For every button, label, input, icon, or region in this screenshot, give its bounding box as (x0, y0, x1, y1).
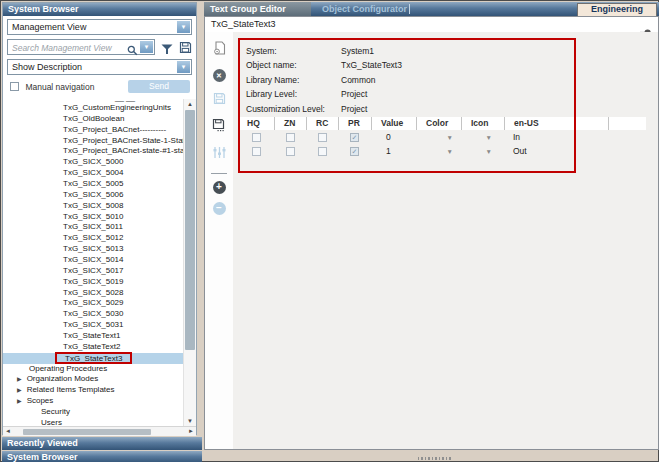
column-header-zn[interactable]: ZN (274, 117, 306, 130)
column-header-en-us[interactable]: en-US (504, 117, 608, 130)
hq-checkbox[interactable] (252, 147, 261, 156)
tree-item-txg-oldboolean[interactable]: TxG_OldBoolean (3, 114, 183, 125)
value-cell[interactable]: 0 (371, 132, 416, 142)
tree-item-txg-project-bacnet-state-1-state-2[interactable]: TxG_Project_BACnet-State-1-State-2 (3, 136, 183, 147)
column-header-color[interactable]: Color (416, 117, 461, 130)
tree-item-operating-procedures[interactable]: Operating Procedures (3, 364, 183, 375)
tree-item-txg-project-bacnet-[interactable]: TxG_Project_BACnet---------- (3, 125, 183, 136)
recently-viewed-bar[interactable]: Recently Viewed (2, 437, 202, 450)
vertical-scroll-thumb[interactable] (185, 110, 195, 350)
save-icon[interactable] (213, 91, 226, 109)
color-dropdown[interactable]: ▼ (416, 134, 461, 141)
browser-controls: Management View ▼ ▼ (3, 16, 196, 100)
tree-item-label: TxG_OldBoolean (63, 114, 124, 123)
tree-item-txg-sicx-5000[interactable]: TxG_SICX_5000 (3, 157, 183, 168)
remove-row-icon[interactable]: − (213, 202, 226, 215)
description-selector[interactable]: Show Description ▼ (7, 59, 192, 75)
pr-checkbox[interactable]: ✓ (350, 147, 359, 156)
tree-item-related-items-templates[interactable]: ▶Related Items Templates (3, 385, 183, 396)
tree-item-users[interactable]: Users (3, 418, 183, 426)
scroll-up-icon[interactable]: ▲ (184, 99, 196, 109)
column-header-value[interactable]: Value (371, 117, 416, 130)
filter-icon[interactable] (161, 41, 173, 59)
chevron-down-icon[interactable]: ▼ (177, 21, 190, 33)
expand-arrow-icon[interactable]: ▶ (17, 387, 22, 393)
tree-item-txg-sicx-5017[interactable]: TxG_SICX_5017 (3, 266, 183, 277)
pin-icon[interactable] (640, 22, 651, 29)
horizontal-scroll-thumb[interactable] (23, 429, 151, 435)
tree-item-organization-modes[interactable]: ▶Organization Modes (3, 374, 183, 385)
pr-checkbox[interactable]: ✓ (350, 133, 359, 142)
tree-item-txg-sicx-5006[interactable]: TxG_SICX_5006 (3, 190, 183, 201)
tree-item-txg-sicx-5011[interactable]: TxG_SICX_5011 (3, 222, 183, 233)
column-header-empty[interactable] (608, 117, 646, 130)
customize-columns-icon[interactable] (212, 145, 227, 163)
icon-dropdown[interactable]: ▼ (461, 148, 504, 155)
zn-checkbox[interactable] (286, 147, 295, 156)
tree-item-txg-sicx-5004[interactable]: TxG_SICX_5004 (3, 168, 183, 179)
table-row[interactable]: ✓1▼▼Out (238, 144, 646, 158)
scroll-right-icon[interactable]: ► (188, 427, 194, 436)
view-selector[interactable]: Management View ▼ (7, 19, 192, 35)
system-browser-bar[interactable]: System Browser (2, 451, 202, 462)
add-row-icon[interactable]: + (213, 181, 226, 194)
scroll-down-icon[interactable]: ▼ (184, 416, 196, 426)
column-header-icon[interactable]: Icon (461, 117, 504, 130)
search-chevron-down-icon[interactable]: ▼ (140, 41, 153, 53)
column-header-pr[interactable]: PR (338, 117, 371, 130)
tree-item-txg-sicx-5012[interactable]: TxG_SICX_5012 (3, 233, 183, 244)
column-header-hq[interactable]: HQ (238, 117, 274, 130)
send-button[interactable]: Send (128, 80, 190, 93)
delete-icon[interactable]: ✕ (213, 69, 226, 82)
tree-horizontal-scrollbar[interactable]: ◄ ► (3, 426, 196, 436)
tree-item-txg-sicx-5019[interactable]: TxG_SICX_5019 (3, 277, 183, 288)
manual-navigation-checkbox[interactable] (10, 82, 19, 91)
tree-item-txg-sicx-5008[interactable]: TxG_SICX_5008 (3, 201, 183, 212)
tree-item-label: TxG_CustomEngineeringUnits (63, 103, 171, 112)
save-view-icon[interactable] (179, 40, 192, 58)
tree-item-security[interactable]: Security (3, 407, 183, 418)
en-us-cell[interactable]: Out (504, 146, 608, 156)
scroll-left-icon[interactable]: ◄ (5, 427, 11, 436)
tree-item-txg-sicx-5028[interactable]: TxG_SICX_5028 (3, 288, 183, 299)
table-header: HQZNRCPRValueColorIconen-US (238, 117, 646, 130)
tree-item-txg-sicx-5010[interactable]: TxG_SICX_5010 (3, 212, 183, 223)
table-row[interactable]: ✓0▼▼In (238, 130, 646, 144)
tree-item-txg-sicx-5013[interactable]: TxG_SICX_5013 (3, 244, 183, 255)
system-browser-header[interactable]: System Browser (3, 3, 196, 16)
tab-text-group-editor[interactable]: Text Group Editor (204, 2, 311, 16)
tab-object-configurator[interactable]: Object Configurator (316, 2, 413, 16)
tree-item-label: TxG_StateText2 (63, 342, 120, 351)
rc-checkbox[interactable] (318, 147, 327, 156)
value-cell[interactable]: 1 (371, 146, 416, 156)
search-input[interactable] (10, 41, 126, 55)
en-us-cell[interactable]: In (504, 132, 608, 142)
tree-item-txg-sicx-5014[interactable]: TxG_SICX_5014 (3, 255, 183, 266)
icon-dropdown[interactable]: ▼ (461, 134, 504, 141)
tree-item-txg-customengineeringunits[interactable]: TxG_CustomEngineeringUnits (3, 103, 183, 114)
column-header-rc[interactable]: RC (306, 117, 338, 130)
tree-item-txg-sicx-5031[interactable]: TxG_SICX_5031 (3, 320, 183, 331)
tree-item-scopes[interactable]: ▶Scopes (3, 396, 183, 407)
rc-checkbox[interactable] (318, 133, 327, 142)
tree-item-txg-statetext1[interactable]: TxG_StateText1 (3, 331, 183, 342)
hq-checkbox[interactable] (252, 133, 261, 142)
tree-item-txg-statetext3[interactable]: TxG_StateText3 (3, 353, 183, 364)
resize-grip[interactable] (418, 457, 452, 460)
save-as-icon[interactable] (212, 118, 226, 136)
tree-item-txg-sicx-5030[interactable]: TxG_SICX_5030 (3, 309, 183, 320)
tree-item-label: Scopes (27, 396, 54, 405)
chevron-down-icon[interactable]: ▼ (177, 61, 190, 73)
form-label: Object name: (246, 58, 341, 72)
new-text-group-icon[interactable] (213, 41, 226, 59)
tree-item-txg-sicx-5005[interactable]: TxG_SICX_5005 (3, 179, 183, 190)
zn-checkbox[interactable] (286, 133, 295, 142)
expand-arrow-icon[interactable]: ▶ (17, 398, 22, 404)
expand-arrow-icon[interactable]: ▶ (17, 376, 22, 382)
tree-vertical-scrollbar[interactable]: ▲ ▼ (183, 99, 196, 426)
tree-item-txg-project-bacnet-state-1-state-s[interactable]: TxG_Project_BACnet-state-#1-state-s (3, 146, 183, 157)
tree-item-txg-sicx-5029[interactable]: TxG_SICX_5029 (3, 298, 183, 309)
color-dropdown[interactable]: ▼ (416, 148, 461, 155)
search-box[interactable]: ▼ (7, 39, 155, 55)
engineering-mode-tab[interactable]: Engineering (577, 3, 657, 17)
